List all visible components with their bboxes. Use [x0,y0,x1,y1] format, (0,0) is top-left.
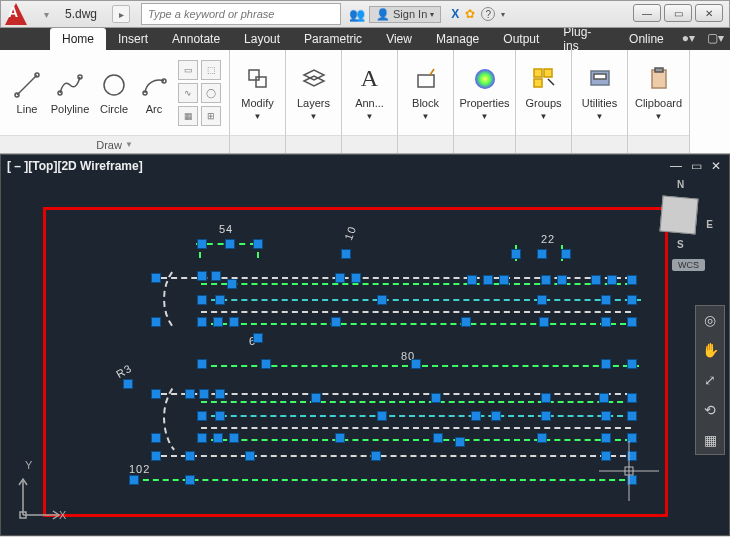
tool-b[interactable]: ⬚ [201,60,221,80]
line-icon [12,70,42,100]
rect-tool[interactable]: ▭ [178,60,198,80]
ellipse-tool[interactable]: ◯ [201,83,221,103]
maximize-button[interactable]: ▭ [664,4,692,22]
minimize-button[interactable]: — [633,4,661,22]
groups-button[interactable]: Groups▼ [519,62,569,124]
exchange-icon[interactable]: X [451,7,459,21]
tool-f[interactable]: ⊞ [201,106,221,126]
svg-rect-18 [655,68,663,72]
vp-close-icon[interactable]: ✕ [709,159,723,173]
properties-button[interactable]: Properties▼ [457,62,513,124]
svg-line-0 [17,75,37,95]
polyline-button[interactable]: Polyline [48,68,92,117]
spline-tool[interactable]: ∿ [178,83,198,103]
tab-home[interactable]: Home [50,28,106,50]
ribbon-extra-bullet[interactable]: ●▾ [676,28,701,50]
svg-rect-13 [544,69,552,77]
tab-manage[interactable]: Manage [424,28,491,50]
arc-button[interactable]: Arc [136,68,172,117]
viewport-label[interactable]: [ – ][Top][2D Wireframe] [7,159,143,173]
ribbon: Line Polyline Circle Arc ▭⬚ ∿◯ ▦⊞ Draw▼ [0,50,730,154]
qat-dropdown[interactable]: ▾ [41,9,51,20]
zoom-extents-icon[interactable]: ⤢ [700,370,720,390]
arc-icon [139,70,169,100]
steering-wheel-icon[interactable]: ◎ [700,310,720,330]
infocenter-icon[interactable]: 👥 [349,7,365,22]
svg-rect-14 [534,79,542,87]
ribbon-minimize-icon[interactable]: ▢▾ [701,28,730,50]
svg-rect-9 [256,77,266,87]
utilities-button[interactable]: Utilities▼ [575,62,625,124]
block-button[interactable]: Block▼ [401,62,451,124]
crosshair-cursor [599,441,659,505]
signin-button[interactable]: 👤 Sign In ▾ [369,6,441,23]
tab-insert[interactable]: Insert [106,28,160,50]
drawing-viewport[interactable]: [ – ][Top][2D Wireframe] — ▭ ✕ N E S WCS… [0,154,730,536]
circle-button[interactable]: Circle [94,68,134,117]
text-icon: A [355,64,385,94]
clipboard-button[interactable]: Clipboard▼ [631,62,687,124]
svg-rect-8 [249,70,259,80]
block-icon [411,64,441,94]
viewcube-face[interactable] [659,195,698,234]
navigation-bar: ◎ ✋ ⤢ ⟲ ▦ [695,305,725,455]
layers-icon [299,64,329,94]
stayconnected-icon[interactable]: ✿ [465,7,475,21]
svg-point-11 [475,69,495,89]
modify-icon [243,64,273,94]
modify-button[interactable]: Modify▼ [233,62,283,124]
clipboard-icon [644,64,674,94]
groups-icon [529,64,559,94]
annotation-button[interactable]: A Ann...▼ [345,62,395,124]
showmotion-icon[interactable]: ▦ [700,430,720,450]
help-icon[interactable]: ? [481,7,495,21]
tab-annotate[interactable]: Annotate [160,28,232,50]
draw-smalltools: ▭⬚ ∿◯ ▦⊞ [178,60,221,126]
signin-label: Sign In [393,8,427,20]
tab-online[interactable]: Online [617,28,676,50]
help-dropdown[interactable]: ▾ [501,10,505,19]
polyline-icon [55,70,85,100]
qat-btn[interactable]: ▸ [112,5,130,23]
search-box[interactable] [141,3,341,25]
ribbon-tabstrip: Home Insert Annotate Layout Parametric V… [0,28,730,50]
svg-rect-12 [534,69,542,77]
title-bar: A ▾ 5.dwg ▸ 👥 👤 Sign In ▾ X ✿ ? ▾ — ▭ ✕ [0,0,730,28]
svg-rect-16 [594,74,606,79]
search-input[interactable] [142,8,340,20]
pan-icon[interactable]: ✋ [700,340,720,360]
orbit-icon[interactable]: ⟲ [700,400,720,420]
circle-icon [99,70,129,100]
tab-plugins[interactable]: Plug-ins [551,28,617,50]
svg-rect-10 [418,75,434,87]
tab-layout[interactable]: Layout [232,28,292,50]
tab-parametric[interactable]: Parametric [292,28,374,50]
tab-view[interactable]: View [374,28,424,50]
selection-highlight [43,207,668,517]
svg-point-5 [104,75,124,95]
app-menu-button[interactable]: A [3,1,41,27]
draw-panel-title[interactable]: Draw▼ [0,135,229,153]
vp-restore-icon[interactable]: ▭ [689,159,703,173]
layers-button[interactable]: Layers▼ [289,62,339,124]
hatch-tool[interactable]: ▦ [178,106,198,126]
document-title: 5.dwg [51,7,111,21]
user-icon: 👤 [376,8,390,21]
view-cube[interactable]: N E S [651,179,711,249]
properties-icon [470,64,500,94]
line-button[interactable]: Line [8,68,46,117]
vp-minimize-icon[interactable]: — [669,159,683,173]
close-button[interactable]: ✕ [695,4,723,22]
utilities-icon [585,64,615,94]
tab-output[interactable]: Output [491,28,551,50]
